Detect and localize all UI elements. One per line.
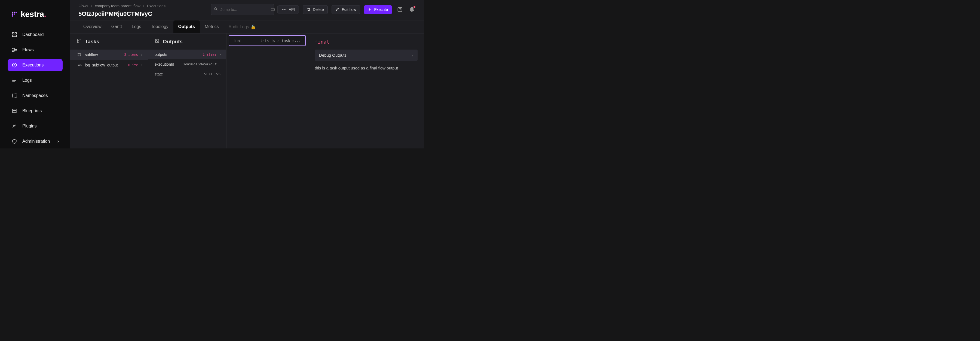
subflow-icon — [77, 52, 82, 57]
sidebar-item-label: Dashboard — [22, 32, 43, 37]
tab-gantt[interactable]: Gantt — [107, 21, 127, 33]
sidebar-item-administration[interactable]: Administration › — [8, 135, 63, 148]
svg-rect-20 — [271, 8, 275, 11]
help-icon — [397, 7, 402, 12]
delete-button[interactable]: Delete — [303, 5, 328, 14]
search-icon — [214, 7, 218, 12]
svg-point-19 — [215, 8, 217, 10]
detail-panel: final Debug Outputs › this is a task out… — [308, 33, 424, 148]
values-panel: final this is a task o... — [226, 33, 308, 148]
api-button[interactable]: API API — [278, 5, 299, 14]
sidebar-item-logs[interactable]: Logs — [8, 74, 63, 87]
sidebar-item-label: Administration — [22, 139, 50, 144]
edit-label: Edit flow — [342, 7, 356, 12]
value-key: final — [234, 38, 241, 43]
sidebar: kestra. Dashboard Flows Executions Logs … — [0, 0, 70, 148]
sidebar-item-executions[interactable]: Executions — [8, 59, 63, 72]
svg-point-26 — [78, 56, 78, 56]
svg-rect-9 — [13, 48, 14, 49]
tasks-icon — [77, 38, 82, 45]
svg-rect-10 — [13, 51, 14, 51]
notifications-button[interactable] — [408, 5, 416, 14]
chevron-right-icon: › — [141, 63, 142, 67]
outputs-header: Outputs — [148, 33, 226, 49]
svg-point-4 — [14, 13, 15, 15]
outputs-header-label: Outputs — [163, 39, 183, 45]
bolt-icon — [368, 7, 372, 12]
svg-point-24 — [78, 53, 78, 54]
output-key: state — [154, 72, 163, 76]
svg-point-3 — [12, 13, 13, 15]
keyboard-icon — [271, 7, 275, 12]
tab-overview[interactable]: Overview — [78, 21, 107, 33]
debug-outputs-button[interactable]: Debug Outputs › — [315, 49, 418, 61]
svg-rect-16 — [13, 94, 16, 97]
output-row-outputs[interactable]: outputs 1 items › — [148, 49, 226, 59]
value-row-final[interactable]: final this is a task o... — [229, 35, 306, 46]
tabs: Overview Gantt Logs Topology Outputs Met… — [70, 21, 424, 33]
chevron-right-icon: › — [57, 139, 59, 144]
task-row-subflow[interactable]: subflow 3 items › — [70, 49, 148, 60]
task-row-log[interactable]: LOG log_subflow_output 0 ite › — [70, 60, 148, 70]
tab-audit-label: Audit Logs — [228, 24, 249, 29]
sidebar-item-plugins[interactable]: Plugins — [8, 120, 63, 132]
sidebar-item-namespaces[interactable]: Namespaces — [8, 89, 63, 102]
output-row-state[interactable]: state SUCCESS — [148, 69, 226, 79]
svg-point-1 — [14, 12, 15, 13]
sidebar-item-flows[interactable]: Flows — [8, 44, 63, 56]
topbar-actions: Ctrl/Cmd + K API API Delete Edit flow Ex… — [211, 4, 416, 15]
bell-icon — [409, 7, 415, 12]
sidebar-item-label: Logs — [22, 78, 32, 83]
search-box[interactable]: Ctrl/Cmd + K — [211, 4, 274, 15]
execution-id: 5OIzJpciiPMRju0CTMIvyC — [78, 10, 211, 18]
tab-metrics[interactable]: Metrics — [200, 21, 224, 33]
task-label: subflow — [85, 53, 98, 57]
chevron-right-icon: › — [220, 53, 221, 56]
search-input[interactable] — [221, 7, 268, 12]
delete-label: Delete — [313, 7, 324, 12]
tab-logs[interactable]: Logs — [127, 21, 146, 33]
tasks-header: Tasks — [70, 33, 148, 49]
content-panels: Tasks subflow 3 items › LOG log_subflow_… — [70, 33, 424, 148]
breadcrumb-sep: / — [91, 4, 92, 8]
tasks-panel: Tasks subflow 3 items › LOG log_subflow_… — [70, 33, 148, 148]
sidebar-item-dashboard[interactable]: Dashboard — [8, 28, 63, 41]
logo-mark-icon — [11, 11, 18, 18]
breadcrumb-area: Flows / company.team.parent_flow / Execu… — [78, 4, 211, 18]
svg-rect-7 — [15, 33, 17, 34]
dashboard-icon — [11, 32, 18, 38]
sidebar-item-label: Plugins — [22, 124, 37, 129]
outputs-icon — [154, 38, 159, 45]
sidebar-item-label: Executions — [22, 63, 43, 67]
tab-topology[interactable]: Topology — [146, 21, 173, 33]
task-label: log_subflow_output — [85, 63, 118, 67]
output-value: SUCCESS — [204, 72, 221, 76]
sidebar-item-blueprints[interactable]: Blueprints — [8, 105, 63, 117]
flows-icon — [11, 47, 18, 53]
pencil-icon — [336, 7, 339, 12]
debug-label: Debug Outputs — [319, 53, 347, 57]
svg-rect-11 — [15, 49, 17, 50]
sidebar-item-label: Namespaces — [22, 93, 48, 98]
plugins-icon — [11, 123, 18, 129]
tasks-header-label: Tasks — [85, 39, 99, 45]
execute-button[interactable]: Execute — [364, 5, 392, 14]
svg-rect-8 — [13, 35, 17, 37]
main-content: Flows / company.team.parent_flow / Execu… — [70, 0, 424, 148]
api-label: API — [288, 7, 295, 12]
task-meta: 3 items — [124, 53, 138, 57]
chevron-right-icon: › — [412, 53, 413, 57]
trash-icon — [307, 7, 310, 12]
log-icon: LOG — [77, 63, 82, 67]
task-meta: 0 ite — [128, 63, 138, 67]
tab-outputs[interactable]: Outputs — [173, 21, 200, 33]
breadcrumb-flows[interactable]: Flows — [78, 4, 89, 8]
svg-rect-6 — [13, 33, 14, 34]
outputs-panel: Outputs outputs 1 items › executionId 3y… — [148, 33, 226, 148]
svg-rect-17 — [13, 109, 16, 113]
output-row-executionid[interactable]: executionId 3yax8ozGMWSa2oLf... — [148, 59, 226, 69]
help-button[interactable] — [396, 5, 404, 14]
edit-flow-button[interactable]: Edit flow — [332, 5, 360, 14]
breadcrumb-executions[interactable]: Executions — [147, 4, 165, 8]
breadcrumb-namespace[interactable]: company.team.parent_flow — [95, 4, 140, 8]
